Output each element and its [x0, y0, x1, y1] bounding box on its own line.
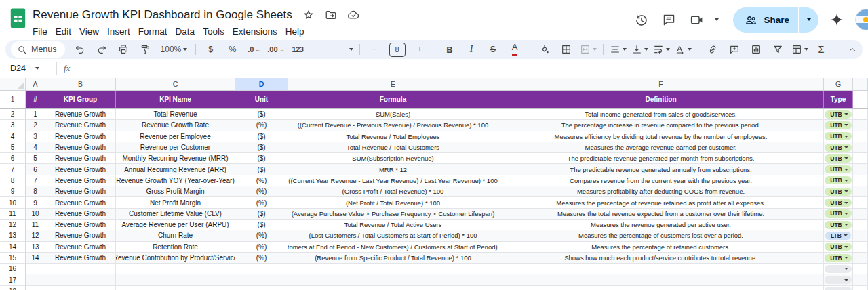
table-views-button[interactable]	[789, 41, 810, 58]
row-header-1[interactable]: 1	[0, 91, 26, 108]
cell[interactable]	[235, 286, 288, 290]
cell[interactable]: Revenue Growth	[45, 197, 116, 208]
cell[interactable]: UTB	[824, 175, 853, 186]
cell[interactable]: (%)	[235, 230, 288, 241]
menu-data[interactable]: Data	[172, 26, 199, 37]
cell[interactable]: Revenue per Employee	[116, 131, 235, 142]
zoom-select[interactable]: 100%	[157, 41, 192, 58]
row-header-6[interactable]: 6	[0, 153, 26, 164]
document-title[interactable]: Revenue Growth KPI Dashboard in Google S…	[33, 8, 292, 22]
header-cell-kpi-name[interactable]: KPI Name	[116, 91, 235, 108]
menu-help[interactable]: Help	[281, 26, 309, 37]
cell[interactable]: Measures the total revenue expected from…	[498, 209, 824, 220]
font-size-input[interactable]: 8	[386, 41, 409, 58]
cell[interactable]: Gross Profit Margin	[116, 186, 235, 197]
cell[interactable]: Total Revenue / Total Employees	[288, 131, 498, 142]
name-box[interactable]: D24	[0, 64, 54, 73]
cell[interactable]: Revenue per Customer	[116, 142, 235, 153]
row-header-13[interactable]: 13	[0, 230, 26, 241]
bold-button[interactable]: B	[439, 41, 460, 58]
cell[interactable]: Revenue Growth	[45, 142, 116, 153]
cell[interactable]	[26, 274, 45, 285]
cell[interactable]: Revenue Growth YOY (Year-over-Year)	[116, 175, 235, 186]
cell[interactable]: ($)	[235, 109, 288, 120]
cell[interactable]: ($)	[235, 153, 288, 164]
formula-input[interactable]	[70, 59, 868, 78]
cell[interactable]: UTB	[824, 220, 853, 230]
row-header-12[interactable]: 12	[0, 220, 26, 230]
cell[interactable]: UTB	[824, 153, 853, 164]
type-dropdown-chip[interactable]: UTB	[825, 110, 851, 119]
row-header-10[interactable]: 10	[0, 197, 26, 208]
cell[interactable]	[288, 286, 498, 290]
cell[interactable]: 4	[26, 142, 45, 153]
row-header-14[interactable]: 14	[0, 242, 26, 253]
type-dropdown-chip[interactable]: UTB	[825, 199, 851, 207]
cell[interactable]	[45, 274, 116, 285]
google-sheets-logo[interactable]	[9, 7, 27, 29]
cell[interactable]: Net Profit Margin	[116, 197, 235, 208]
cell[interactable]: Compares revenue from the current year w…	[498, 175, 824, 186]
header-cell-kpi-group[interactable]: KPI Group	[45, 91, 116, 108]
menu-file[interactable]: File	[28, 26, 52, 37]
text-rotation-button[interactable]	[673, 41, 694, 58]
cell[interactable]	[26, 264, 45, 274]
cell[interactable]	[116, 274, 235, 285]
column-header-G[interactable]: G	[824, 78, 853, 91]
header-cell--[interactable]: #	[26, 91, 45, 108]
text-color-button[interactable]: A	[505, 41, 526, 58]
share-dropdown[interactable]	[798, 7, 818, 33]
cell[interactable]: UTB	[824, 209, 853, 220]
select-all-corner[interactable]	[0, 78, 26, 91]
cell[interactable]: Total Revenue / Total Customers	[288, 142, 498, 153]
cell[interactable]: SUM(Sales)	[288, 109, 498, 120]
type-dropdown-chip[interactable]: UTB	[825, 132, 851, 140]
row-header-16[interactable]: 16	[0, 264, 26, 274]
row-header-17[interactable]: 17	[0, 274, 26, 285]
create-filter-button[interactable]	[768, 41, 789, 58]
type-dropdown-chip[interactable]: UTB	[825, 121, 851, 129]
cell[interactable]	[235, 264, 288, 274]
column-header-B[interactable]: B	[45, 78, 116, 91]
cell[interactable]	[116, 264, 235, 274]
merge-cells-button[interactable]	[578, 41, 599, 58]
cell[interactable]: Measures the percentage of revenue retai…	[498, 197, 824, 208]
cell[interactable]	[235, 274, 288, 285]
cell[interactable]: Revenue Growth	[45, 175, 116, 186]
cell[interactable]	[116, 286, 235, 290]
increase-font-size-button[interactable]: +	[410, 41, 431, 58]
cell[interactable]: UTB	[824, 242, 853, 253]
italic-button[interactable]: I	[461, 41, 482, 58]
insert-chart-button[interactable]	[746, 41, 767, 58]
cell[interactable]: MRR * 12	[288, 164, 498, 175]
cell[interactable]	[45, 264, 116, 274]
cell[interactable]: (Gross Profit / Total Revenue) * 100	[288, 186, 498, 197]
horizontal-align-button[interactable]	[608, 41, 629, 58]
insert-link-button[interactable]	[703, 41, 724, 58]
decrease-decimal-button[interactable]: .0←	[243, 41, 264, 58]
column-header-A[interactable]: A	[26, 78, 45, 91]
cell[interactable]: Revenue Growth	[45, 131, 116, 142]
type-dropdown-chip[interactable]: UTB	[825, 176, 851, 184]
cell[interactable]	[288, 274, 498, 285]
cell[interactable]: 2	[26, 120, 45, 131]
text-wrap-button[interactable]	[651, 41, 672, 58]
row-header-7[interactable]: 7	[0, 164, 26, 175]
type-dropdown-chip-empty[interactable]	[825, 287, 852, 290]
row-header-9[interactable]: 9	[0, 186, 26, 197]
column-header-D[interactable]: D	[235, 78, 288, 91]
cell[interactable]: Shows how much each product/service cont…	[498, 253, 824, 264]
cell[interactable]: Revenue Growth	[45, 242, 116, 253]
cell[interactable]: (%)	[235, 197, 288, 208]
cell[interactable]: Revenue Growth	[45, 253, 116, 264]
cell[interactable]: ($)	[235, 164, 288, 175]
cell[interactable]: 13	[26, 242, 45, 253]
fill-color-button[interactable]	[534, 41, 555, 58]
cloud-status-icon[interactable]	[347, 9, 359, 21]
cell[interactable]: The predictable revenue generated per mo…	[498, 153, 824, 164]
paint-format-button[interactable]	[135, 41, 156, 58]
cell[interactable]: ($)	[235, 209, 288, 220]
cell[interactable]	[498, 286, 824, 290]
menu-view[interactable]: View	[75, 26, 103, 37]
type-dropdown-chip[interactable]: UTB	[825, 209, 851, 218]
